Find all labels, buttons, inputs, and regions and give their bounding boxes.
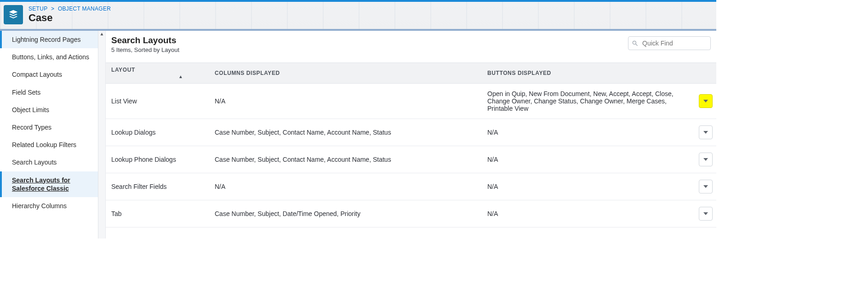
chevron-down-icon bbox=[703, 131, 708, 134]
sidebar-item-label: Record Types bbox=[12, 123, 51, 131]
row-actions-button[interactable] bbox=[699, 180, 713, 193]
object-title: Case bbox=[29, 12, 111, 24]
chevron-down-icon bbox=[703, 100, 708, 102]
breadcrumb: SETUP > OBJECT MANAGER bbox=[29, 6, 111, 12]
cell-menu bbox=[693, 84, 716, 119]
breadcrumb-separator: > bbox=[49, 6, 56, 12]
sidebar-item[interactable]: Search Layouts bbox=[0, 153, 98, 171]
row-actions-button[interactable] bbox=[699, 125, 713, 139]
sidebar-item-label: Object Limits bbox=[12, 106, 49, 114]
cell-columns: N/A bbox=[209, 84, 482, 119]
row-actions-button[interactable] bbox=[699, 153, 713, 166]
breadcrumb-object-manager[interactable]: OBJECT MANAGER bbox=[58, 6, 111, 12]
page-subtitle: 5 Items, Sorted by Layout bbox=[111, 46, 179, 53]
cell-columns: Case Number, Subject, Date/Time Opened, … bbox=[209, 200, 482, 227]
col-header-columns[interactable]: COLUMNS DISPLAYED bbox=[209, 63, 482, 84]
row-actions-button[interactable] bbox=[699, 207, 713, 221]
cell-buttons: N/A bbox=[482, 146, 693, 173]
sort-asc-icon: ▲ bbox=[178, 74, 183, 79]
table-row: Lookup Phone DialogsCase Number, Subject… bbox=[106, 146, 716, 173]
cell-buttons: N/A bbox=[482, 200, 693, 227]
sidebar-item-label: Compact Layouts bbox=[12, 70, 62, 79]
page-header: SETUP > OBJECT MANAGER Case bbox=[0, 0, 716, 31]
sidebar-item-label: Buttons, Links, and Actions bbox=[12, 53, 89, 61]
sidebar-item[interactable]: Buttons, Links, and Actions bbox=[0, 48, 98, 66]
table-row: TabCase Number, Subject, Date/Time Opene… bbox=[106, 200, 716, 227]
col-header-buttons-label: BUTTONS DISPLAYED bbox=[487, 70, 551, 76]
table-row: Lookup DialogsCase Number, Subject, Cont… bbox=[106, 119, 716, 146]
sidebar-item-label: Field Sets bbox=[12, 88, 40, 97]
sidebar-item[interactable]: Search Layouts for Salesforce Classic bbox=[0, 171, 98, 197]
cell-columns: Case Number, Subject, Contact Name, Acco… bbox=[209, 119, 482, 146]
row-actions-button[interactable] bbox=[699, 94, 713, 108]
quick-find-input[interactable] bbox=[628, 36, 711, 50]
table-row: List ViewN/AOpen in Quip, New From Docum… bbox=[106, 84, 716, 119]
page-title: Search Layouts bbox=[111, 35, 179, 45]
svg-point-0 bbox=[633, 41, 636, 44]
sidebar-item-label: Hierarchy Columns bbox=[12, 202, 67, 210]
cell-menu bbox=[693, 119, 716, 146]
cell-layout: Lookup Dialogs bbox=[106, 119, 209, 146]
object-icon bbox=[4, 5, 23, 24]
sidebar-item[interactable]: Object Limits bbox=[0, 101, 98, 119]
chevron-down-icon bbox=[703, 185, 708, 188]
sidebar-item-label: Lightning Record Pages bbox=[12, 35, 80, 44]
sidebar-item[interactable]: Lightning Record Pages bbox=[0, 31, 98, 48]
cell-layout: List View bbox=[106, 84, 209, 119]
cell-layout: Lookup Phone Dialogs bbox=[106, 146, 209, 173]
svg-line-1 bbox=[636, 44, 638, 46]
cell-buttons: N/A bbox=[482, 119, 693, 146]
search-icon bbox=[632, 40, 638, 46]
col-header-layout-label: LAYOUT bbox=[111, 67, 135, 73]
cell-columns: N/A bbox=[209, 173, 482, 200]
sidebar-scrollbar[interactable]: ▲ bbox=[98, 31, 106, 239]
sidebar-item[interactable]: Compact Layouts bbox=[0, 66, 98, 83]
cell-buttons: N/A bbox=[482, 173, 693, 200]
cell-menu bbox=[693, 173, 716, 200]
scroll-up-icon: ▲ bbox=[98, 32, 105, 36]
sidebar-item-label: Search Layouts bbox=[12, 158, 57, 166]
col-header-menu bbox=[693, 63, 716, 84]
cell-buttons: Open in Quip, New From Document, New, Ac… bbox=[482, 84, 693, 119]
cell-menu bbox=[693, 146, 716, 173]
cell-menu bbox=[693, 200, 716, 227]
sidebar-item[interactable]: Related Lookup Filters bbox=[0, 136, 98, 153]
sidebar-item-label: Search Layouts for Salesforce Classic bbox=[12, 176, 91, 193]
chevron-down-icon bbox=[703, 158, 708, 161]
layouts-table: LAYOUT ▲ COLUMNS DISPLAYED BUTTONS DISPL… bbox=[106, 62, 716, 227]
main-panel: Search Layouts 5 Items, Sorted by Layout bbox=[106, 31, 716, 239]
quick-find bbox=[628, 36, 711, 50]
breadcrumb-setup[interactable]: SETUP bbox=[29, 6, 47, 12]
sidebar-item-label: Related Lookup Filters bbox=[12, 141, 76, 149]
col-header-columns-label: COLUMNS DISPLAYED bbox=[215, 70, 280, 76]
col-header-buttons[interactable]: BUTTONS DISPLAYED bbox=[482, 63, 693, 84]
sidebar: Lightning Record PagesButtons, Links, an… bbox=[0, 31, 98, 239]
sidebar-item[interactable]: Record Types bbox=[0, 119, 98, 136]
cell-columns: Case Number, Subject, Contact Name, Acco… bbox=[209, 146, 482, 173]
col-header-layout[interactable]: LAYOUT ▲ bbox=[106, 63, 209, 84]
chevron-down-icon bbox=[703, 212, 708, 215]
sidebar-item[interactable]: Field Sets bbox=[0, 84, 98, 101]
table-row: Search Filter FieldsN/AN/A bbox=[106, 173, 716, 200]
cell-layout: Search Filter Fields bbox=[106, 173, 209, 200]
sidebar-item[interactable]: Hierarchy Columns bbox=[0, 197, 98, 215]
cell-layout: Tab bbox=[106, 200, 209, 227]
